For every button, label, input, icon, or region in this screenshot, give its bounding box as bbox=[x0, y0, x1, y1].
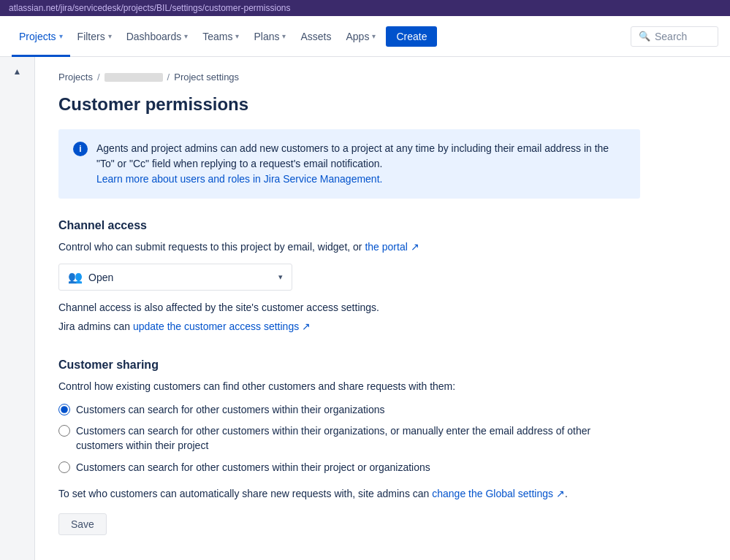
external-link-icon3: ↗ bbox=[556, 488, 565, 499]
radio-input-2[interactable] bbox=[58, 425, 70, 437]
breadcrumb-sep2: / bbox=[167, 72, 170, 83]
radio-label-3: Customers can search for other customers… bbox=[76, 461, 430, 475]
create-button[interactable]: Create bbox=[386, 26, 437, 47]
sharing-footer-note: To set who customers can automatically s… bbox=[58, 486, 640, 502]
search-icon: 🔍 bbox=[639, 31, 650, 42]
breadcrumb-projects[interactable]: Projects bbox=[58, 72, 93, 83]
customer-sharing-section: Customer sharing Control how existing cu… bbox=[58, 358, 640, 535]
channel-access-note2: Jira admins can update the customer acce… bbox=[58, 318, 640, 334]
nav-assets[interactable]: Assets bbox=[293, 16, 338, 57]
page-title: Customer permissions bbox=[58, 94, 640, 115]
info-icon: i bbox=[73, 142, 88, 156]
nav-dashboards-label: Dashboards bbox=[126, 31, 182, 42]
breadcrumb-sep1: / bbox=[97, 72, 100, 83]
channel-note2-prefix: Jira admins can bbox=[58, 321, 133, 332]
dropdown-left: 👥 Open bbox=[68, 270, 113, 284]
nav-dashboards[interactable]: Dashboards ▾ bbox=[119, 16, 196, 57]
radio-input-1[interactable] bbox=[58, 404, 70, 415]
nav-teams[interactable]: Teams ▾ bbox=[195, 16, 246, 57]
customer-sharing-title: Customer sharing bbox=[58, 358, 640, 372]
customer-sharing-radio-group: Customers can search for other customers… bbox=[58, 403, 640, 475]
nav-projects[interactable]: Projects ▾ bbox=[12, 16, 70, 57]
info-box: i Agents and project admins can add new … bbox=[58, 129, 640, 199]
radio-item-2[interactable]: Customers can search for other customers… bbox=[58, 424, 640, 453]
breadcrumb: Projects / / Project settings bbox=[58, 72, 640, 83]
sidebar: ▲ ▼ bbox=[0, 57, 35, 560]
nav-apps-chevron-icon: ▾ bbox=[372, 32, 376, 40]
nav-projects-chevron-icon: ▾ bbox=[59, 32, 63, 40]
channel-access-title: Channel access bbox=[58, 219, 640, 232]
external-link-icon: ↗ bbox=[411, 241, 419, 253]
radio-input-3[interactable] bbox=[58, 461, 70, 473]
nav-teams-chevron-icon: ▾ bbox=[235, 32, 239, 40]
radio-item-1[interactable]: Customers can search for other customers… bbox=[58, 403, 640, 418]
global-settings-link[interactable]: change the Global settings ↗ bbox=[432, 488, 565, 499]
channel-access-desc: Control who can submit requests to this … bbox=[58, 239, 640, 255]
radio-item-3[interactable]: Customers can search for other customers… bbox=[58, 461, 640, 475]
nav-filters-chevron-icon: ▾ bbox=[108, 32, 112, 40]
channel-access-dropdown[interactable]: 👥 Open ▾ bbox=[58, 264, 292, 291]
nav-apps-label: Apps bbox=[346, 31, 369, 42]
footer-suffix: . bbox=[565, 488, 568, 499]
breadcrumb-project-name-blurred bbox=[104, 73, 163, 82]
channel-access-note1: Channel access is also affected by the s… bbox=[58, 299, 640, 315]
nav-dashboards-chevron-icon: ▾ bbox=[184, 32, 188, 40]
dropdown-chevron-icon: ▾ bbox=[278, 272, 283, 282]
nav-assets-label: Assets bbox=[300, 31, 331, 42]
search-label: Search bbox=[655, 31, 687, 42]
scroll-up-arrow[interactable]: ▲ bbox=[9, 63, 26, 80]
customer-access-settings-link[interactable]: update the customer access settings ↗ bbox=[133, 321, 311, 332]
nav-plans-label: Plans bbox=[254, 31, 279, 42]
info-text-line1: Agents and project admins can add new cu… bbox=[96, 142, 609, 169]
nav-filters[interactable]: Filters ▾ bbox=[70, 16, 119, 57]
nav-apps[interactable]: Apps ▾ bbox=[338, 16, 383, 57]
portal-link[interactable]: the portal ↗ bbox=[365, 241, 419, 253]
nav-plans[interactable]: Plans ▾ bbox=[246, 16, 293, 57]
info-learn-more-link[interactable]: Learn more about users and roles in Jira… bbox=[96, 173, 382, 185]
dropdown-value: Open bbox=[88, 272, 113, 283]
channel-access-section: Channel access Control who can submit re… bbox=[58, 219, 640, 335]
people-lock-icon: 👥 bbox=[68, 270, 83, 284]
breadcrumb-project-settings[interactable]: Project settings bbox=[174, 72, 239, 83]
page-layout: ▲ ▼ Projects / / Project settings Custom… bbox=[0, 57, 730, 560]
external-link-icon2: ↗ bbox=[302, 321, 311, 332]
radio-label-1: Customers can search for other customers… bbox=[76, 403, 385, 418]
channel-access-desc-prefix: Control who can submit requests to this … bbox=[58, 241, 365, 253]
main-nav: Projects ▾ Filters ▾ Dashboards ▾ Teams … bbox=[0, 16, 730, 57]
nav-filters-label: Filters bbox=[77, 31, 105, 42]
url-bar: atlassian.net/jira/servicedesk/projects/… bbox=[0, 0, 730, 16]
nav-projects-label: Projects bbox=[19, 31, 56, 42]
search-box[interactable]: 🔍 Search bbox=[631, 26, 718, 47]
info-text: Agents and project admins can add new cu… bbox=[96, 141, 626, 187]
url-text: atlassian.net/jira/servicedesk/projects/… bbox=[9, 3, 291, 13]
footer-prefix: To set who customers can automatically s… bbox=[58, 488, 432, 499]
customer-sharing-desc: Control how existing customers can find … bbox=[58, 379, 640, 394]
radio-label-2: Customers can search for other customers… bbox=[76, 424, 640, 453]
save-button[interactable]: Save bbox=[58, 513, 107, 535]
nav-teams-label: Teams bbox=[202, 31, 232, 42]
nav-plans-chevron-icon: ▾ bbox=[282, 32, 286, 40]
main-content: Projects / / Project settings Customer p… bbox=[35, 57, 664, 560]
